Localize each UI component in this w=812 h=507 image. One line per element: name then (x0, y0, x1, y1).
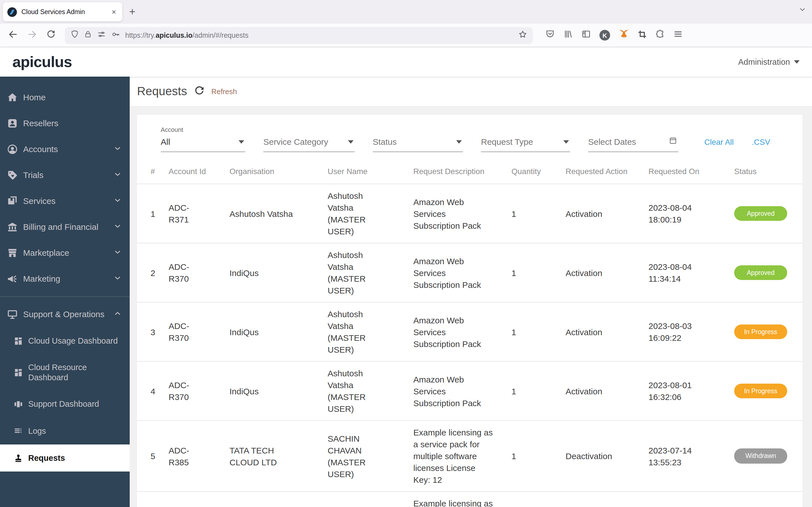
sidebar-item-marketplace[interactable]: Marketplace (0, 240, 130, 266)
browser-tab[interactable]: Cloud Services Admin × (3, 2, 122, 21)
cell-organisation: Ashutosh Vatsha (230, 208, 304, 219)
table-row[interactable]: 3ADC-R370IndiQusAshutosh Vatsha (MASTER … (137, 302, 802, 361)
cell-organisation: IndiQus (230, 267, 304, 279)
sidebar-toggle-icon[interactable] (581, 29, 591, 41)
cell-description: Example licensing as a service pack for … (413, 497, 493, 507)
dashboard-icon (13, 336, 23, 346)
sidebar-item-billing[interactable]: Billing and Financial (0, 214, 130, 240)
table-row[interactable]: 4ADC-R370IndiQusAshutosh Vatsha (MASTER … (137, 361, 802, 420)
resellers-icon (7, 118, 18, 129)
table-row[interactable]: 1ADC-R371Ashutosh VatshaAshutosh Vatsha … (137, 184, 802, 243)
cell-quantity: 1 (511, 385, 566, 397)
marketplace-icon (7, 247, 18, 259)
sidebar-item-trials[interactable]: Trials (0, 162, 130, 188)
back-icon[interactable] (8, 29, 18, 41)
chevron-down-icon (239, 140, 244, 144)
cell-quantity: 1 (511, 326, 566, 338)
url-text[interactable]: https://try.apiculus.io/admin/#/requests (125, 31, 513, 39)
sidebar-item-services[interactable]: Services (0, 188, 130, 214)
sidebar-item-resellers[interactable]: Resellers (0, 110, 130, 136)
bookmark-star-icon[interactable] (518, 30, 527, 41)
chevron-down-icon (113, 222, 122, 232)
sidebar-item-label: Cloud Usage Dashboard (28, 336, 122, 346)
chevron-down-icon (113, 274, 122, 284)
refresh-button[interactable]: Refresh (211, 87, 237, 96)
cell-action: Deactivation (566, 450, 649, 462)
sidebar-item-marketing[interactable]: Marketing (0, 266, 130, 292)
refresh-icon[interactable] (194, 85, 204, 98)
sidebar-item-label: Support & Operations (23, 309, 113, 320)
table-row[interactable]: 6ADC-R385TATA TECH CLOUD LTDSACHIN CHAVA… (137, 492, 802, 507)
sidebar-item-logs[interactable]: Logs (0, 417, 130, 445)
new-tab-button[interactable]: + (129, 6, 135, 18)
screenshot-crop-icon[interactable] (638, 30, 647, 41)
tab-close-icon[interactable]: × (110, 7, 118, 16)
browser-toolbar: https://try.apiculus.io/admin/#/requests… (0, 24, 812, 47)
cell-account-id: ADC-R370 (168, 261, 195, 284)
column-header: Quantity (511, 160, 566, 184)
tab-title: Cloud Services Admin (21, 8, 110, 15)
cell-num: 2 (151, 267, 168, 279)
table-row[interactable]: 5ADC-R385TATA TECH CLOUD LTDSACHIN CHAVA… (137, 420, 802, 492)
column-header: Status (734, 160, 802, 184)
chevron-down-icon (113, 170, 122, 180)
lock-icon[interactable] (84, 30, 92, 40)
cell-account-id: ADC-R370 (168, 320, 195, 344)
sidebar-divider (0, 296, 130, 297)
sidebar-item-cloud-usage-dashboard[interactable]: Cloud Usage Dashboard (0, 327, 130, 354)
status-badge: Approved (734, 206, 787, 221)
service-category-filter-select[interactable]: Service Category (263, 135, 355, 152)
key-icon[interactable] (111, 30, 120, 41)
app-header: APICULUS Administration (0, 47, 812, 76)
extensions-puzzle-icon[interactable] (655, 29, 665, 41)
list-tabs-chevron-icon[interactable] (799, 6, 806, 16)
library-icon[interactable] (563, 29, 573, 41)
status-filter-select[interactable]: Status (373, 135, 463, 152)
k-profile-icon[interactable]: K (599, 30, 610, 41)
apiculus-logo: APICULUS (12, 53, 72, 71)
sidebar-item-accounts[interactable]: Accounts (0, 136, 130, 162)
select-dates-input[interactable]: Select Dates (588, 135, 678, 152)
pocket-icon[interactable] (545, 29, 555, 41)
chevron-down-icon (113, 248, 122, 258)
sidebar-item-requests[interactable]: Requests (0, 445, 130, 471)
reload-icon[interactable] (46, 29, 56, 41)
stamp-icon (13, 453, 23, 463)
csv-export-link[interactable]: .CSV (752, 137, 770, 152)
clear-all-link[interactable]: Clear All (704, 137, 733, 152)
sidebar: HomeResellersAccountsTrialsServicesBilli… (0, 76, 130, 507)
account-filter-select[interactable]: All (161, 135, 245, 152)
cell-action: Activation (566, 208, 649, 219)
column-header: Account Id (168, 160, 230, 184)
sidebar-item-support-dashboard[interactable]: Support Dashboard (0, 390, 130, 417)
sidebar-item-home[interactable]: Home (0, 84, 130, 110)
sidebar-item-cloud-resource-dashboard[interactable]: Cloud Resource Dashboard (0, 354, 130, 390)
permissions-icon[interactable] (97, 30, 106, 41)
page-title: Requests (137, 84, 187, 98)
sidebar-item-support-operations[interactable]: Support & Operations (0, 301, 130, 327)
cell-requested-on: 2023-08-04 18:00:19 (649, 202, 700, 225)
administration-menu[interactable]: Administration (738, 57, 800, 66)
logs-icon (13, 426, 23, 436)
request-type-filter-select[interactable]: Request Type (481, 135, 570, 152)
forward-icon[interactable] (27, 29, 37, 41)
url-bar[interactable]: https://try.apiculus.io/admin/#/requests (65, 27, 533, 44)
tab-strip: Cloud Services Admin × + (0, 0, 812, 24)
cell-organisation: IndiQus (230, 326, 304, 338)
cell-action: Activation (566, 326, 649, 338)
sidebar-item-label: Cloud Resource Dashboard (28, 362, 122, 383)
chevron-up-icon (113, 309, 122, 320)
metamask-icon[interactable] (619, 29, 629, 42)
chevron-down-icon (563, 140, 569, 144)
cell-requested-on: 2023-08-01 16:32:06 (649, 379, 700, 403)
home-icon (7, 92, 18, 103)
column-header: # (137, 160, 168, 184)
table-row[interactable]: 2ADC-R370IndiQusAshutosh Vatsha (MASTER … (137, 243, 802, 302)
sidebar-item-label: Marketplace (23, 247, 113, 258)
site-favicon (7, 7, 17, 17)
cell-num: 4 (151, 385, 168, 397)
menu-hamburger-icon[interactable] (673, 29, 683, 41)
cell-account-id: ADC-R385 (168, 444, 195, 468)
shield-icon[interactable] (70, 30, 79, 41)
chevron-down-icon (794, 60, 800, 64)
